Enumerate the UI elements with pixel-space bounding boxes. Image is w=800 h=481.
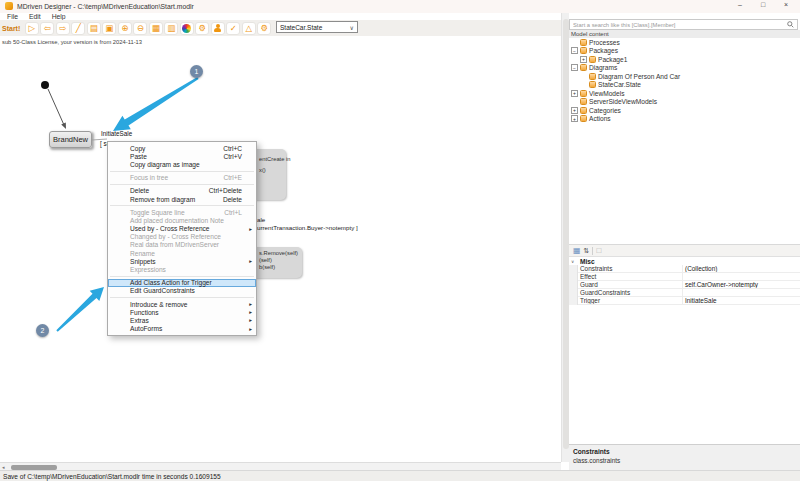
transition-label[interactable]: InitiateSale [101, 130, 132, 137]
menu-item-toggle-square-line[interactable]: Toggle Square lineCtrl+L [108, 208, 256, 216]
search-icon [787, 21, 794, 28]
property-row-guardconstraints[interactable]: GuardConstraints [578, 289, 800, 297]
tree-item-packages[interactable]: − Packages [569, 47, 800, 56]
nav-back-button[interactable]: ⇦ [40, 22, 54, 35]
settings-gear-button[interactable]: ⚙ [257, 22, 271, 35]
property-value[interactable]: InitiateSale [682, 297, 800, 304]
gears-button[interactable]: ⚙ [195, 22, 209, 35]
collapse-expander-icon[interactable]: − [571, 64, 578, 71]
tree-item-package1[interactable]: + Package1 [569, 55, 800, 64]
tree-item-diagrams[interactable]: − Diagrams [569, 64, 800, 73]
initial-state-dot[interactable] [41, 81, 49, 89]
association-button[interactable]: △ [242, 22, 256, 35]
copy-diagram-button[interactable]: ▥ [164, 22, 178, 35]
menu-item-used-by-cross-reference[interactable]: Used by - Cross Reference▸ [108, 225, 256, 233]
context-menu: CopyCtrl+C PasteCtrl+V Copy diagram as i… [107, 141, 257, 336]
property-value[interactable]: (Collection) [682, 265, 800, 272]
start-button[interactable]: Start! [2, 25, 20, 32]
tree-item-actions[interactable]: + Actions [569, 115, 800, 124]
validate-button[interactable]: ✓ [226, 22, 240, 35]
menu-item-label: Functions [130, 309, 159, 316]
screen-button[interactable]: ▣ [102, 22, 116, 35]
submenu-arrow-icon: ▸ [249, 226, 252, 232]
collapse-expander-icon[interactable]: − [571, 47, 578, 54]
menu-item-add-class-action-for-trigger[interactable]: Add Class Action for Trigger [108, 279, 256, 287]
menu-item-paste[interactable]: PasteCtrl+V [108, 152, 256, 160]
diagram-selector-dropdown[interactable]: StateCar.State ∨ [276, 21, 358, 33]
tree-item-serversideviewmodels[interactable]: ServerSideViewModels [569, 98, 800, 107]
tree-item-viewmodels[interactable]: + ViewModels [569, 89, 800, 98]
obscured-text: b(self) [259, 264, 275, 270]
property-pages-icon[interactable]: □ [596, 247, 601, 255]
property-group-misc[interactable]: ∨ Misc [569, 257, 800, 265]
menu-item-focus-in-tree[interactable]: Focus in treeCtrl+E [108, 174, 256, 182]
menu-item-edit-guardconstraints[interactable]: Edit GuardConstraints [108, 287, 256, 295]
expand-expander-icon[interactable]: + [571, 107, 578, 114]
property-row-trigger[interactable]: Trigger InitiateSale [578, 297, 800, 305]
play-button[interactable]: ▷ [25, 22, 39, 35]
property-row-constraints[interactable]: Constraints (Collection) [578, 265, 800, 273]
draw-line-button[interactable]: ╱ [71, 22, 85, 35]
menu-item-delete[interactable]: DeleteCtrl+Delete [108, 187, 256, 195]
expand-expander-icon[interactable]: + [580, 56, 587, 63]
property-value[interactable] [682, 273, 800, 280]
class-box-button[interactable]: ▤ [87, 22, 101, 35]
submenu-arrow-icon: ▸ [249, 309, 252, 315]
obscured-text: (self) [259, 257, 272, 263]
menu-file[interactable]: File [7, 13, 18, 20]
property-name: Guard [578, 281, 682, 288]
model-search-input[interactable]: Start a search like this [Class].[Member… [569, 19, 798, 30]
expand-expander-icon[interactable]: + [571, 115, 578, 122]
initial-transition-line [48, 89, 64, 125]
grid-icon: ▦ [152, 24, 160, 33]
menu-item-extras[interactable]: Extras▸ [108, 316, 256, 324]
categorized-view-icon[interactable]: ▦ [573, 247, 581, 255]
menu-edit[interactable]: Edit [29, 13, 41, 20]
menu-item-snippets[interactable]: Snippets▸ [108, 257, 256, 265]
sort-alphabetical-icon[interactable]: ⇅ [584, 247, 590, 254]
tree-item-statecar-state[interactable]: StateCar.State [569, 81, 800, 90]
menu-item-changed-by-cross-reference[interactable]: Changed by - Cross Reference [108, 233, 256, 241]
nav-forward-button[interactable]: ⇨ [56, 22, 70, 35]
diagram-vertical-scrollbar[interactable] [561, 13, 569, 462]
menu-item-functions[interactable]: Functions▸ [108, 308, 256, 316]
minimize-button[interactable]: – [734, 1, 746, 8]
color-wheel-button[interactable] [180, 22, 194, 35]
maximize-button[interactable]: □ [757, 1, 769, 8]
property-row-effect[interactable]: Effect [578, 273, 800, 281]
property-row-guard[interactable]: Guard self.CarOwner->notempty [578, 281, 800, 289]
menu-item-expressions[interactable]: Expressions [108, 265, 256, 273]
right-panel: Start a search like this [Class].[Member… [569, 13, 800, 470]
menu-item-rename[interactable]: Rename [108, 249, 256, 257]
close-button[interactable]: × [780, 1, 792, 8]
menu-item-copy-diagram-as-image[interactable]: Copy diagram as image [108, 160, 256, 168]
person-icon [214, 24, 222, 33]
expand-expander-icon[interactable]: + [571, 90, 578, 97]
tree-item-diagram-of-person-and-car[interactable]: Diagram Of Person And Car [569, 72, 800, 81]
diagram-horizontal-scrollbar[interactable]: ◂ [0, 462, 561, 470]
property-value[interactable]: self.CarOwner->notempty [682, 281, 800, 288]
scrollbar-thumb[interactable] [11, 465, 57, 470]
tree-item-label: Diagram Of Person And Car [598, 73, 680, 80]
menu-item-copy[interactable]: CopyCtrl+C [108, 144, 256, 152]
grid-button[interactable]: ▦ [149, 22, 163, 35]
color-wheel-icon [182, 24, 191, 33]
tree-item-processes[interactable]: Processes [569, 38, 800, 47]
property-grid-gutter [569, 265, 578, 305]
tree-item-label: Processes [589, 39, 620, 46]
zoom-out-button[interactable]: ⊖ [133, 22, 147, 35]
person-button[interactable] [211, 22, 225, 35]
property-description: Constraints class.constraints [569, 444, 800, 470]
menu-item-real-data-from-mdrivenserver[interactable]: Real data from MDrivenServer [108, 241, 256, 249]
menu-item-introduce-and-remove[interactable]: Introduce & remove▸ [108, 300, 256, 308]
menu-item-add-placed-documentation-note[interactable]: Add placed documentation Note [108, 216, 256, 224]
menu-shortcut: Ctrl+V [223, 153, 242, 160]
menu-help[interactable]: Help [52, 13, 66, 20]
zoom-in-button[interactable]: ⊕ [118, 22, 132, 35]
menu-item-remove-from-diagram[interactable]: Remove from diagramDelete [108, 195, 256, 203]
menu-item-autoforms[interactable]: AutoForms▸ [108, 325, 256, 333]
obscured-text: x() [259, 167, 266, 173]
tree-item-categories[interactable]: + Categories [569, 106, 800, 115]
property-value[interactable] [682, 289, 800, 296]
state-box-brandnew[interactable]: BrandNew [49, 131, 92, 148]
